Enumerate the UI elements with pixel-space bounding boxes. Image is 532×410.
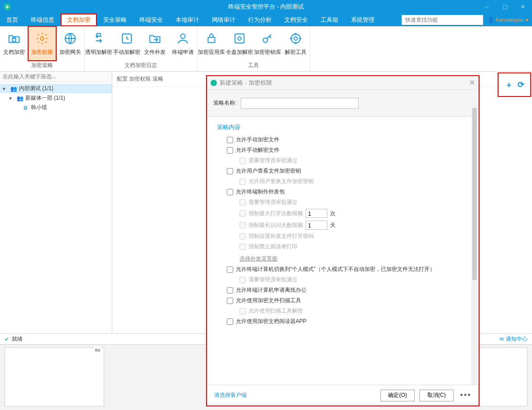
checkbox[interactable] bbox=[240, 308, 246, 314]
ribbon-file-send[interactable]: 文件外发 bbox=[141, 26, 169, 61]
checkbox[interactable] bbox=[227, 147, 233, 154]
checkbox[interactable] bbox=[227, 318, 233, 325]
checkbox[interactable] bbox=[240, 178, 246, 185]
search-input[interactable] bbox=[402, 15, 483, 25]
folder-send-icon bbox=[148, 31, 162, 46]
opt-pkg-approve[interactable]: 需要管理员审批通过 bbox=[240, 198, 469, 206]
opt-scan-decrypt[interactable]: 允许使用扫描工具解密 bbox=[240, 307, 469, 315]
tree-node-root[interactable]: ▾ 👥 内部测试 (1/1) bbox=[0, 84, 112, 93]
disk-icon bbox=[232, 31, 247, 46]
chevron-down-icon[interactable]: ▾ bbox=[9, 95, 14, 101]
ribbon-app-store[interactable]: 加密应用库 bbox=[197, 26, 225, 61]
checkbox[interactable] bbox=[240, 199, 246, 206]
policy-name-input[interactable] bbox=[241, 98, 359, 109]
refresh-button[interactable]: ⟳ bbox=[518, 80, 524, 90]
ribbon-manual[interactable]: 手动加解密 bbox=[113, 26, 141, 61]
select-client-link[interactable]: 请选择客户端 bbox=[214, 391, 247, 399]
svg-point-10 bbox=[291, 34, 300, 43]
dialog-close-button[interactable]: ✕ bbox=[469, 78, 475, 87]
menu-home[interactable]: 首页 bbox=[0, 14, 24, 26]
chevron-down-icon[interactable]: ▾ bbox=[3, 86, 8, 92]
ribbon-key-store[interactable]: 加密密钥库 bbox=[254, 26, 282, 61]
dialog-title: 新建策略 - 加密权限 bbox=[220, 79, 272, 87]
scroll-thumb[interactable] bbox=[472, 108, 477, 280]
checkbox[interactable] bbox=[227, 298, 233, 304]
person-icon bbox=[176, 31, 190, 46]
opt-pkg-password[interactable]: 强制设置外发文件打开密码 bbox=[240, 232, 469, 240]
max-days-input[interactable] bbox=[306, 221, 327, 230]
ribbon-group-tools: 工具 bbox=[197, 61, 310, 71]
svg-point-8 bbox=[238, 37, 241, 40]
max-opens-input[interactable] bbox=[306, 209, 327, 218]
menu-behavior[interactable]: 行为分析 bbox=[242, 14, 278, 26]
opt-personal-mode[interactable]: 允许终端计算机切换到“个人模式”（个人模式下不自动加密，已加密文件无法打开） bbox=[227, 265, 469, 273]
tree-node-dept[interactable]: ▾ 👥 新媒体一部 (1/1) bbox=[0, 93, 112, 103]
checkbox[interactable] bbox=[240, 244, 246, 250]
chevron-down-icon: ▾ bbox=[526, 17, 528, 23]
menu-network-audit[interactable]: 网络审计 bbox=[206, 14, 242, 26]
ribbon-transparent[interactable]: 透明加解密 bbox=[85, 26, 113, 61]
checkbox[interactable] bbox=[227, 266, 233, 273]
svg-point-1 bbox=[40, 37, 44, 40]
dialog-scrollbar[interactable] bbox=[471, 103, 478, 385]
tree-node-user[interactable]: 🖥 韩小瑶 bbox=[0, 103, 112, 112]
notification-center[interactable]: ✉ 通知中心 bbox=[499, 335, 527, 343]
menu-security-policy[interactable]: 安全策略 bbox=[97, 14, 133, 26]
checkbox[interactable] bbox=[227, 189, 233, 195]
menu-doc-security[interactable]: 文档安全 bbox=[278, 14, 314, 26]
menu-toolbox[interactable]: 工具箱 bbox=[314, 14, 345, 26]
opt-pkg-noprint[interactable]: 强制禁止阅读者打印 bbox=[240, 243, 469, 251]
opt-pkg-opens[interactable]: 强制最大打开次数限额次 bbox=[240, 209, 469, 218]
minimize-button[interactable]: ─ bbox=[478, 0, 496, 14]
ribbon-encrypt-perm[interactable]: 加密权限 bbox=[28, 26, 56, 61]
svg-rect-6 bbox=[208, 37, 215, 42]
ribbon-decrypt-tool[interactable]: 解密工具 bbox=[282, 26, 310, 61]
ribbon-full-disk[interactable]: 全盘加解密 bbox=[225, 26, 254, 61]
opt-personal-approve[interactable]: 需要管理员审批通过 bbox=[240, 276, 469, 284]
ribbon-terminal-apply[interactable]: 终端申请 bbox=[169, 26, 197, 61]
opt-scan-tool[interactable]: 允许使用加密文件扫描工具 bbox=[227, 297, 469, 304]
opt-pkg-days[interactable]: 强制最长访问天数限额天 bbox=[240, 221, 469, 230]
status-ok-icon: ✔ bbox=[5, 336, 9, 342]
cancel-button[interactable]: 取消(C) bbox=[419, 390, 454, 401]
checkbox[interactable] bbox=[240, 222, 246, 228]
section-heading: 策略内容 bbox=[217, 123, 469, 131]
menu-local-audit[interactable]: 本地审计 bbox=[169, 14, 206, 26]
user-account[interactable]: 👤 hanxiaoyao ▾ bbox=[488, 17, 528, 23]
preview-thumb[interactable]: xu bbox=[5, 347, 104, 406]
maximize-button[interactable]: ▢ bbox=[496, 0, 514, 14]
opt-reader-app[interactable]: 允许使用加密文档阅读器APP bbox=[227, 318, 469, 325]
close-button[interactable]: ✕ bbox=[514, 0, 532, 14]
opt-manual-encrypt[interactable]: 允许手动加密文件 bbox=[227, 136, 469, 144]
checkbox[interactable] bbox=[240, 233, 246, 240]
opt-change-key[interactable]: 允许用户更换文件加密密钥 bbox=[240, 178, 469, 185]
menu-terminal-info[interactable]: 终端信息 bbox=[24, 14, 61, 26]
dialog-body: 策略内容 允许手动加密文件 允许手动解密文件 需要管理员审批通过 允许用户查看文… bbox=[207, 117, 479, 385]
checkbox[interactable] bbox=[240, 277, 246, 283]
menu-system[interactable]: 系统管理 bbox=[345, 14, 381, 26]
key-icon bbox=[260, 31, 275, 46]
add-button[interactable]: ＋ bbox=[505, 79, 513, 90]
more-button[interactable]: ••• bbox=[460, 391, 471, 400]
ribbon-encrypt-gateway[interactable]: 加密网关 bbox=[56, 26, 84, 61]
opt-make-pkg[interactable]: 允许终端制作外发包 bbox=[227, 188, 469, 196]
checkbox[interactable] bbox=[240, 210, 246, 217]
ok-button[interactable]: 确定(O) bbox=[380, 390, 415, 401]
tree-filter-input[interactable] bbox=[0, 72, 112, 82]
ribbon-doc-encrypt[interactable]: 文档加密 bbox=[0, 26, 28, 61]
checkbox[interactable] bbox=[227, 137, 233, 143]
opt-manual-decrypt[interactable]: 允许手动解密文件 bbox=[227, 146, 469, 154]
dialog-footer: 请选择客户端 确定(O) 取消(C) ••• bbox=[207, 385, 479, 405]
select-bg-link[interactable]: 选择外发背景图 bbox=[240, 255, 278, 263]
lock-folder-icon bbox=[204, 31, 219, 46]
menu-doc-encrypt[interactable]: 文档加密 bbox=[61, 14, 97, 26]
menu-terminal-security[interactable]: 终端安全 bbox=[133, 14, 169, 26]
checkbox[interactable] bbox=[240, 158, 246, 164]
opt-view-key[interactable]: 允许用户查看文件加密密钥 bbox=[227, 167, 469, 175]
user-icon: 👤 bbox=[488, 17, 494, 23]
checkbox[interactable] bbox=[227, 287, 233, 294]
opt-manual-decrypt-approve[interactable]: 需要管理员审批通过 bbox=[240, 157, 469, 164]
opt-offline[interactable]: 允许终端计算机申请离线办公 bbox=[227, 286, 469, 294]
checkbox[interactable] bbox=[227, 168, 233, 174]
window-title: 终端安全管控平台 - 内部测试 bbox=[228, 3, 304, 11]
